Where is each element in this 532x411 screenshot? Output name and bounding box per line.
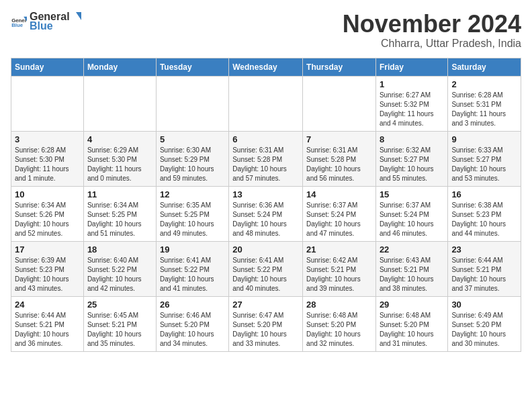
- day-info: Sunrise: 6:31 AM Sunset: 5:28 PM Dayligh…: [232, 146, 299, 183]
- day-number: 10: [15, 189, 80, 199]
- day-number: 5: [160, 134, 225, 144]
- day-info: Sunrise: 6:38 AM Sunset: 5:23 PM Dayligh…: [451, 201, 517, 238]
- calendar-cell: 16Sunrise: 6:38 AM Sunset: 5:23 PM Dayli…: [448, 186, 521, 241]
- calendar-week-4: 17Sunrise: 6:39 AM Sunset: 5:23 PM Dayli…: [11, 241, 521, 296]
- day-info: Sunrise: 6:40 AM Sunset: 5:22 PM Dayligh…: [87, 256, 152, 293]
- calendar-cell: [156, 76, 228, 131]
- day-info: Sunrise: 6:41 AM Sunset: 5:22 PM Dayligh…: [232, 256, 299, 293]
- day-number: 30: [451, 300, 517, 310]
- day-info: Sunrise: 6:34 AM Sunset: 5:26 PM Dayligh…: [15, 201, 80, 238]
- day-info: Sunrise: 6:28 AM Sunset: 5:31 PM Dayligh…: [451, 91, 517, 128]
- calendar-cell: 2Sunrise: 6:28 AM Sunset: 5:31 PM Daylig…: [448, 76, 521, 131]
- logo-icon: General Blue: [11, 13, 27, 30]
- day-number: 9: [451, 134, 517, 144]
- calendar-cell: 25Sunrise: 6:45 AM Sunset: 5:21 PM Dayli…: [83, 296, 156, 351]
- day-number: 16: [451, 189, 517, 199]
- calendar-week-3: 10Sunrise: 6:34 AM Sunset: 5:26 PM Dayli…: [11, 186, 521, 241]
- day-number: 22: [380, 244, 444, 255]
- day-number: 23: [451, 244, 517, 255]
- calendar-cell: 1Sunrise: 6:27 AM Sunset: 5:32 PM Daylig…: [375, 76, 447, 131]
- day-info: Sunrise: 6:47 AM Sunset: 5:20 PM Dayligh…: [232, 311, 299, 349]
- calendar-cell: 10Sunrise: 6:34 AM Sunset: 5:26 PM Dayli…: [11, 186, 84, 241]
- calendar-cell: 14Sunrise: 6:37 AM Sunset: 5:24 PM Dayli…: [303, 186, 376, 241]
- day-info: Sunrise: 6:27 AM Sunset: 5:32 PM Dayligh…: [380, 91, 444, 128]
- calendar-cell: 23Sunrise: 6:44 AM Sunset: 5:21 PM Dayli…: [448, 241, 521, 296]
- day-info: Sunrise: 6:43 AM Sunset: 5:21 PM Dayligh…: [380, 256, 444, 293]
- calendar-cell: 20Sunrise: 6:41 AM Sunset: 5:22 PM Dayli…: [229, 241, 303, 296]
- day-info: Sunrise: 6:33 AM Sunset: 5:27 PM Dayligh…: [451, 146, 517, 183]
- day-number: 29: [380, 300, 444, 310]
- calendar-cell: 21Sunrise: 6:42 AM Sunset: 5:21 PM Dayli…: [303, 241, 376, 296]
- calendar-week-1: 1Sunrise: 6:27 AM Sunset: 5:32 PM Daylig…: [11, 76, 521, 131]
- day-number: 11: [87, 189, 152, 199]
- day-info: Sunrise: 6:44 AM Sunset: 5:21 PM Dayligh…: [451, 256, 517, 293]
- day-info: Sunrise: 6:37 AM Sunset: 5:24 PM Dayligh…: [380, 201, 444, 238]
- day-info: Sunrise: 6:34 AM Sunset: 5:25 PM Dayligh…: [87, 201, 152, 238]
- calendar-cell: 5Sunrise: 6:30 AM Sunset: 5:29 PM Daylig…: [156, 131, 228, 186]
- calendar-cell: 8Sunrise: 6:32 AM Sunset: 5:27 PM Daylig…: [375, 131, 447, 186]
- day-info: Sunrise: 6:36 AM Sunset: 5:24 PM Dayligh…: [232, 201, 299, 238]
- col-header-wednesday: Wednesday: [229, 58, 303, 76]
- col-header-tuesday: Tuesday: [156, 58, 228, 76]
- title-section: November 2024 Chharra, Uttar Pradesh, In…: [343, 11, 521, 50]
- calendar-cell: 15Sunrise: 6:37 AM Sunset: 5:24 PM Dayli…: [375, 186, 447, 241]
- day-number: 14: [306, 189, 372, 199]
- calendar-cell: 13Sunrise: 6:36 AM Sunset: 5:24 PM Dayli…: [229, 186, 303, 241]
- month-title: November 2024: [343, 11, 521, 38]
- calendar-cell: 18Sunrise: 6:40 AM Sunset: 5:22 PM Dayli…: [83, 241, 156, 296]
- svg-text:Blue: Blue: [11, 22, 24, 28]
- col-header-thursday: Thursday: [303, 58, 376, 76]
- calendar-header-row: SundayMondayTuesdayWednesdayThursdayFrid…: [11, 58, 521, 76]
- calendar-cell: 3Sunrise: 6:28 AM Sunset: 5:30 PM Daylig…: [11, 131, 84, 186]
- day-number: 2: [451, 79, 517, 89]
- col-header-sunday: Sunday: [11, 58, 84, 76]
- day-info: Sunrise: 6:37 AM Sunset: 5:24 PM Dayligh…: [306, 201, 372, 238]
- day-number: 27: [232, 300, 299, 310]
- day-number: 21: [306, 244, 372, 255]
- calendar-cell: 19Sunrise: 6:41 AM Sunset: 5:22 PM Dayli…: [156, 241, 228, 296]
- calendar-cell: 26Sunrise: 6:46 AM Sunset: 5:20 PM Dayli…: [156, 296, 228, 351]
- page-header: General Blue General Blue November 2024 …: [11, 11, 521, 50]
- day-info: Sunrise: 6:35 AM Sunset: 5:25 PM Dayligh…: [160, 201, 225, 238]
- calendar-cell: [303, 76, 376, 131]
- location-title: Chharra, Uttar Pradesh, India: [343, 38, 521, 50]
- svg-marker-3: [76, 12, 81, 20]
- col-header-friday: Friday: [375, 58, 447, 76]
- day-info: Sunrise: 6:42 AM Sunset: 5:21 PM Dayligh…: [306, 256, 372, 293]
- col-header-monday: Monday: [83, 58, 156, 76]
- calendar-cell: 27Sunrise: 6:47 AM Sunset: 5:20 PM Dayli…: [229, 296, 303, 351]
- calendar-cell: 17Sunrise: 6:39 AM Sunset: 5:23 PM Dayli…: [11, 241, 84, 296]
- day-number: 20: [232, 244, 299, 255]
- day-number: 13: [232, 189, 299, 199]
- day-number: 17: [15, 244, 80, 255]
- day-number: 3: [15, 134, 80, 144]
- calendar-cell: [11, 76, 84, 131]
- day-number: 26: [160, 300, 225, 310]
- calendar-cell: 28Sunrise: 6:48 AM Sunset: 5:20 PM Dayli…: [303, 296, 376, 351]
- logo: General Blue General Blue: [11, 11, 83, 32]
- calendar-cell: 29Sunrise: 6:48 AM Sunset: 5:20 PM Dayli…: [375, 296, 447, 351]
- day-info: Sunrise: 6:44 AM Sunset: 5:21 PM Dayligh…: [15, 311, 80, 349]
- col-header-saturday: Saturday: [448, 58, 521, 76]
- calendar-cell: 7Sunrise: 6:31 AM Sunset: 5:28 PM Daylig…: [303, 131, 376, 186]
- day-number: 24: [15, 300, 80, 310]
- calendar-cell: 24Sunrise: 6:44 AM Sunset: 5:21 PM Dayli…: [11, 296, 84, 351]
- day-number: 1: [380, 79, 444, 89]
- day-number: 19: [160, 244, 225, 255]
- calendar-cell: 22Sunrise: 6:43 AM Sunset: 5:21 PM Dayli…: [375, 241, 447, 296]
- day-info: Sunrise: 6:41 AM Sunset: 5:22 PM Dayligh…: [160, 256, 225, 293]
- calendar-cell: 4Sunrise: 6:29 AM Sunset: 5:30 PM Daylig…: [83, 131, 156, 186]
- day-number: 4: [87, 134, 152, 144]
- day-info: Sunrise: 6:39 AM Sunset: 5:23 PM Dayligh…: [15, 256, 80, 293]
- day-info: Sunrise: 6:32 AM Sunset: 5:27 PM Dayligh…: [380, 146, 444, 183]
- day-info: Sunrise: 6:45 AM Sunset: 5:21 PM Dayligh…: [87, 311, 152, 349]
- day-info: Sunrise: 6:46 AM Sunset: 5:20 PM Dayligh…: [160, 311, 225, 349]
- day-number: 6: [232, 134, 299, 144]
- day-number: 25: [87, 300, 152, 310]
- calendar-cell: 11Sunrise: 6:34 AM Sunset: 5:25 PM Dayli…: [83, 186, 156, 241]
- day-number: 28: [306, 300, 372, 310]
- calendar-cell: 9Sunrise: 6:33 AM Sunset: 5:27 PM Daylig…: [448, 131, 521, 186]
- logo-arrow-icon: [71, 11, 83, 23]
- calendar-cell: 30Sunrise: 6:49 AM Sunset: 5:20 PM Dayli…: [448, 296, 521, 351]
- day-number: 12: [160, 189, 225, 199]
